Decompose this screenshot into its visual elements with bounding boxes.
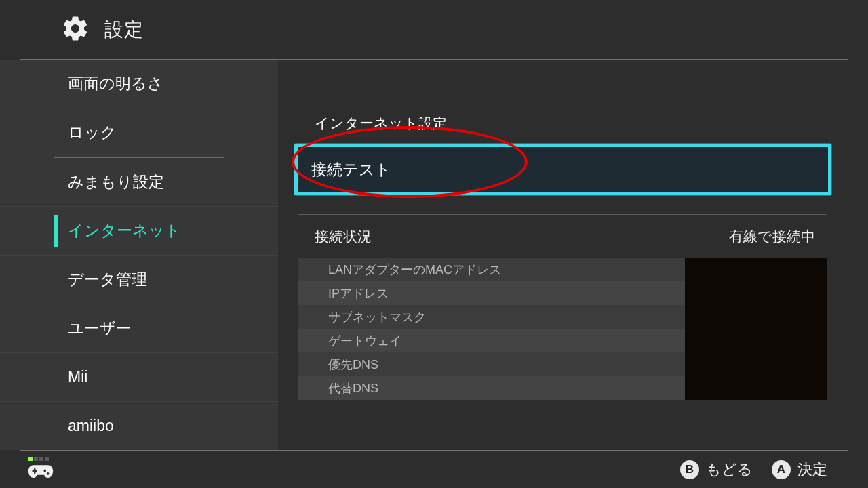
a-button-icon: A [772, 460, 791, 479]
player-indicator [28, 457, 49, 461]
sidebar-item-parental[interactable]: みまもり設定 [0, 158, 278, 207]
sidebar-item-label: ロック [68, 122, 117, 143]
sidebar-item-lock[interactable]: ロック [0, 108, 278, 157]
connection-details: LANアダプターのMACアドレス IPアドレス サブネットマスク ゲートウェイ … [298, 258, 827, 400]
connection-test-label: 接続テスト [311, 159, 391, 180]
sidebar-item-user[interactable]: ユーザー [0, 304, 278, 353]
redacted-values [685, 258, 827, 400]
connection-status-value: 有線で接続中 [729, 227, 815, 246]
body: 画面の明るさ ロック みまもり設定 インターネット データ管理 ユーザー Mii [0, 60, 868, 450]
controller-icon [27, 462, 54, 483]
connection-status-label: 接続状況 [315, 227, 372, 246]
main-panel: インターネット設定 接続テスト 接続状況 有線で接続中 LANアダプターのMAC… [278, 60, 868, 450]
sidebar-item-internet[interactable]: インターネット [0, 207, 278, 256]
sidebar: 画面の明るさ ロック みまもり設定 インターネット データ管理 ユーザー Mii [0, 60, 278, 450]
detail-label: 代替DNS [328, 380, 378, 396]
detail-label: ゲートウェイ [328, 333, 401, 349]
b-button-icon: B [680, 460, 699, 479]
connection-status-row[interactable]: 接続状況 有線で接続中 [298, 214, 827, 258]
sidebar-item-brightness[interactable]: 画面の明るさ [0, 60, 278, 108]
sidebar-item-label: 画面の明るさ [68, 73, 163, 94]
hint-ok-label: 決定 [797, 460, 827, 480]
footer-left [27, 457, 54, 483]
detail-label: IPアドレス [328, 285, 389, 302]
detail-label: サブネットマスク [328, 309, 426, 325]
connection-test-button[interactable]: 接続テスト [294, 144, 831, 195]
hint-back: B もどる [680, 460, 753, 480]
detail-label: 優先DNS [328, 357, 378, 373]
sidebar-item-amiibo[interactable]: amiibo [0, 402, 278, 450]
sidebar-item-label: amiibo [68, 417, 114, 435]
gear-icon [61, 14, 104, 45]
sidebar-item-label: Mii [68, 368, 87, 386]
sidebar-item-label: みまもり設定 [68, 171, 164, 192]
footer-hints: B もどる A 決定 [680, 460, 827, 480]
hint-back-label: もどる [706, 460, 753, 480]
sidebar-item-label: インターネット [68, 220, 181, 241]
detail-label: LANアダプターのMACアドレス [328, 262, 501, 278]
sidebar-item-data[interactable]: データ管理 [0, 256, 278, 304]
hint-ok: A 決定 [772, 460, 827, 480]
footer: B もどる A 決定 [20, 450, 848, 488]
page-title: 設定 [104, 17, 144, 43]
sidebar-item-label: データ管理 [68, 269, 147, 290]
section-title-internet-settings: インターネット設定 [298, 87, 827, 144]
header: 設定 [20, 0, 848, 60]
sidebar-item-mii[interactable]: Mii [0, 353, 278, 402]
settings-screen: 設定 画面の明るさ ロック みまもり設定 インターネット データ管理 ユーザー [0, 0, 868, 488]
sidebar-item-label: ユーザー [68, 318, 132, 339]
